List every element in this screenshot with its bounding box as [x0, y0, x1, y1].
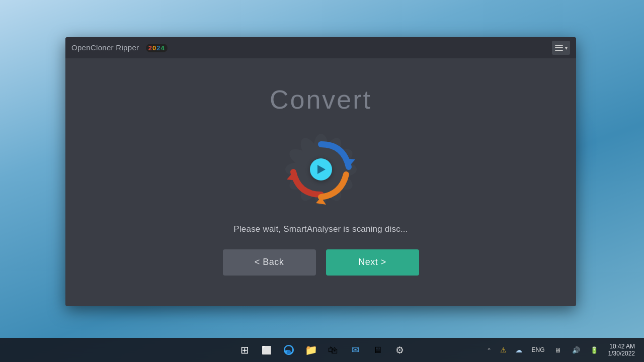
hamburger-icon — [555, 45, 563, 51]
store-icon: 🛍 — [328, 344, 338, 356]
year-badge: 2024 — [146, 44, 168, 52]
microsoft-store-button[interactable]: 🛍 — [323, 340, 343, 360]
taskbar: ⊞ ⬜ 📁 🛍 ✉ 🖥 ⚙ ^ ⚠ — [0, 338, 644, 362]
tray-chevron-icon[interactable]: ^ — [486, 347, 492, 353]
menu-line-1 — [555, 45, 563, 46]
app-title: OpenCloner Ripper 2024 — [71, 43, 168, 52]
language-indicator[interactable]: ENG — [530, 346, 547, 353]
search-icon: ⬜ — [262, 345, 272, 355]
back-button[interactable]: < Back — [223, 249, 316, 276]
app-taskbar-button[interactable]: 🖥 — [367, 340, 387, 360]
windows-logo-icon: ⊞ — [240, 344, 249, 356]
monitor-icon: 🖥 — [554, 346, 561, 354]
settings-gear-icon: ⚙ — [395, 344, 404, 356]
clock-widget[interactable]: 10:42 AM 1/30/2022 — [605, 342, 638, 358]
mail-button[interactable]: ✉ — [345, 340, 365, 360]
tray-monitor-icon[interactable]: 🖥 — [551, 341, 565, 359]
app-title-text: OpenCloner Ripper — [71, 43, 139, 52]
year-digit-4: 4 — [160, 44, 165, 52]
edge-browser-button[interactable] — [279, 340, 299, 360]
title-bar-left: OpenCloner Ripper 2024 — [71, 43, 168, 52]
menu-chevron-icon: ▾ — [565, 45, 568, 51]
year-digit-1: 2 — [148, 44, 152, 52]
app-taskbar-icon: 🖥 — [373, 345, 382, 355]
taskbar-center-icons: ⊞ ⬜ 📁 🛍 ✉ 🖥 ⚙ — [234, 340, 410, 360]
status-text: Please wait, SmartAnalyser is scaning di… — [233, 224, 408, 234]
battery-icon: 🔋 — [590, 346, 598, 354]
menu-line-2 — [555, 47, 563, 48]
tray-warning-icon[interactable]: ⚠ — [497, 341, 511, 359]
year-digit-3: 2 — [156, 44, 160, 52]
tray-icons-group: ⚠ ☁ — [497, 341, 526, 359]
play-triangle-icon — [317, 165, 326, 174]
clock-time: 10:42 AM — [609, 343, 635, 350]
clock-date: 1/30/2022 — [608, 350, 635, 357]
next-button[interactable]: Next > — [326, 249, 419, 276]
year-digit-2: 0 — [152, 44, 156, 52]
file-explorer-button[interactable]: 📁 — [301, 340, 321, 360]
folder-icon: 📁 — [305, 344, 317, 356]
system-tray: ^ ⚠ ☁ ENG 🖥 🔊 🔋 10:42 AM 1/30/2022 — [486, 341, 640, 359]
buttons-row: < Back Next > — [223, 249, 419, 276]
tray-cloud-icon[interactable]: ☁ — [512, 341, 526, 359]
app-logo — [278, 127, 364, 212]
speaker-icon: 🔊 — [572, 346, 580, 354]
menu-line-3 — [555, 50, 563, 51]
warning-icon: ⚠ — [500, 346, 507, 354]
play-button-icon — [310, 158, 332, 180]
cloud-icon: ☁ — [515, 346, 522, 354]
page-heading: Convert — [270, 84, 372, 115]
settings-button[interactable]: ⚙ — [389, 340, 410, 360]
title-bar: OpenCloner Ripper 2024 ▾ — [65, 37, 576, 58]
app-window: OpenCloner Ripper 2024 ▾ Convert — [65, 37, 576, 306]
mail-icon: ✉ — [352, 344, 359, 355]
taskbar-search-button[interactable]: ⬜ — [257, 340, 277, 360]
tray-speaker-icon[interactable]: 🔊 — [569, 341, 583, 359]
menu-button[interactable]: ▾ — [552, 41, 570, 55]
windows-start-button[interactable]: ⊞ — [234, 340, 255, 360]
edge-icon — [283, 344, 295, 356]
content-area: Convert — [65, 58, 576, 306]
tray-battery-icon[interactable]: 🔋 — [587, 341, 601, 359]
